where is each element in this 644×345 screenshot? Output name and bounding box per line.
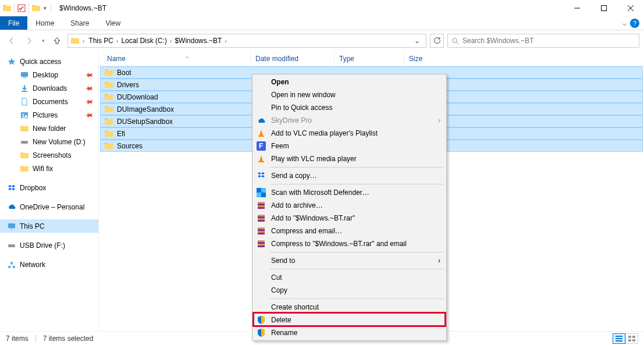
- chevron-right-icon[interactable]: ›: [115, 38, 120, 44]
- context-menu-item[interactable]: SkyDrive Pro›: [254, 114, 445, 127]
- chevron-right-icon[interactable]: ›: [81, 38, 86, 44]
- sidebar-item-label: USB Drive (F:): [20, 241, 65, 250]
- context-menu-item[interactable]: Open: [254, 76, 445, 88]
- refresh-button[interactable]: [430, 34, 444, 48]
- help-icon[interactable]: ?: [630, 19, 639, 28]
- properties-icon[interactable]: [17, 3, 26, 13]
- sidebar-item-label: Dropbox: [20, 184, 46, 192]
- search-input[interactable]: [462, 37, 635, 45]
- sidebar-network[interactable]: Network: [0, 258, 98, 271]
- sidebar-item[interactable]: New folder: [0, 122, 98, 135]
- chevron-right-icon[interactable]: ›: [168, 38, 173, 44]
- svg-rect-22: [628, 336, 631, 338]
- rar-icon: [257, 239, 266, 248]
- sidebar-onedrive[interactable]: OneDrive – Personal: [0, 200, 98, 214]
- close-button[interactable]: [617, 0, 644, 16]
- breadcrumb[interactable]: This PC: [87, 37, 115, 45]
- column-size[interactable]: Size: [404, 51, 450, 66]
- qat-dropdown-icon[interactable]: ▾: [42, 5, 48, 11]
- status-item-count: 7 items: [6, 335, 29, 343]
- column-type[interactable]: Type: [334, 51, 404, 66]
- context-menu-label: Open: [271, 78, 289, 86]
- context-menu-item[interactable]: Add to "$Windows.~BT.rar": [254, 212, 445, 225]
- sidebar-item-label: Downloads: [33, 84, 67, 93]
- vlc-icon: [257, 129, 266, 138]
- svg-rect-38: [258, 215, 265, 216]
- pictures-icon: [20, 111, 29, 120]
- breadcrumb[interactable]: $Windows.~BT: [173, 37, 223, 45]
- context-menu-item[interactable]: Compress and email…: [254, 225, 445, 237]
- forward-button[interactable]: [22, 34, 36, 48]
- context-menu-item[interactable]: Add to VLC media player's Playlist: [254, 127, 445, 140]
- file-name: DUSetupSandbox: [117, 118, 173, 126]
- sidebar-item-label: New folder: [33, 125, 66, 133]
- context-menu-item[interactable]: Pin to Quick access: [254, 101, 445, 114]
- context-menu-item[interactable]: Open in new window: [254, 88, 445, 101]
- breadcrumb[interactable]: Local Disk (C:): [120, 37, 168, 45]
- quick-access-header[interactable]: Quick access: [0, 55, 98, 68]
- details-view-button[interactable]: [613, 333, 625, 344]
- search-box[interactable]: [447, 34, 639, 48]
- context-menu-item[interactable]: Rename: [254, 326, 445, 339]
- address-bar[interactable]: › This PC›Local Disk (C:)›$Windows.~BT› …: [67, 34, 426, 48]
- sidebar-item[interactable]: Desktop📌: [0, 68, 98, 81]
- context-menu-item[interactable]: Create shortcut: [254, 301, 445, 314]
- context-menu-item[interactable]: Delete: [254, 314, 445, 326]
- shield-icon: [257, 328, 266, 337]
- svg-rect-2: [602, 6, 607, 11]
- title-bar: ▾ $Windows.~BT: [0, 0, 644, 16]
- address-dropdown-icon[interactable]: ⌄: [411, 37, 424, 45]
- minimize-button[interactable]: [564, 0, 590, 16]
- svg-text:F: F: [259, 142, 263, 150]
- context-menu-item[interactable]: Copy: [254, 284, 445, 297]
- context-menu-label: Compress to "$Windows.~BT.rar" and email: [271, 240, 407, 248]
- back-button[interactable]: [5, 34, 19, 48]
- context-menu-item[interactable]: Play with VLC media player: [254, 152, 445, 165]
- context-menu-label: Send a copy…: [271, 172, 317, 180]
- svg-rect-19: [615, 336, 622, 337]
- svg-rect-44: [258, 240, 265, 242]
- context-menu-item[interactable]: Scan with Microsoft Defender…: [254, 186, 445, 199]
- sidebar-item[interactable]: Screenshots: [0, 148, 98, 162]
- recent-dropdown-icon[interactable]: ▾: [40, 34, 47, 48]
- icons-view-button[interactable]: [625, 333, 638, 344]
- svg-line-6: [456, 42, 458, 44]
- folder-icon: [2, 3, 12, 13]
- cloud-icon: [257, 116, 266, 125]
- sidebar-item[interactable]: Pictures📌: [0, 108, 98, 122]
- context-menu-item[interactable]: Send to›: [254, 254, 445, 267]
- context-menu-label: Compress and email…: [271, 227, 342, 235]
- context-menu-item[interactable]: FFeem: [254, 140, 445, 152]
- svg-rect-30: [257, 188, 261, 193]
- status-selected-count: 7 items selected: [43, 335, 94, 343]
- column-date[interactable]: Date modified: [250, 51, 334, 66]
- sidebar-item[interactable]: New Volume (D:): [0, 135, 98, 148]
- sidebar-this-pc[interactable]: This PC: [0, 219, 98, 233]
- chevron-right-icon[interactable]: ›: [223, 38, 228, 44]
- svg-rect-35: [258, 202, 265, 204]
- tab-home[interactable]: Home: [27, 16, 62, 30]
- context-menu-item[interactable]: Send a copy…: [254, 169, 445, 182]
- sidebar-item[interactable]: Downloads📌: [0, 81, 98, 95]
- tab-view[interactable]: View: [97, 16, 129, 30]
- file-name: DUImageSandbox: [117, 105, 174, 113]
- navigation-pane: Quick access Desktop📌Downloads📌Documents…: [0, 51, 99, 331]
- svg-rect-29: [258, 161, 264, 162]
- maximize-button[interactable]: [590, 0, 617, 16]
- sidebar-item[interactable]: Wifi fix: [0, 162, 98, 175]
- window-controls: [564, 0, 644, 16]
- ribbon-expand-icon[interactable]: ⌵: [622, 19, 627, 27]
- column-name[interactable]: Name⌃: [102, 55, 250, 63]
- context-menu-item[interactable]: Add to archive…: [254, 199, 445, 212]
- sidebar-dropbox[interactable]: Dropbox: [0, 181, 98, 194]
- up-button[interactable]: [50, 34, 64, 48]
- folder-icon: [104, 129, 113, 138]
- sidebar-usb[interactable]: USB Drive (F:): [0, 239, 98, 252]
- file-tab[interactable]: File: [0, 16, 27, 30]
- shield-icon: [257, 315, 266, 325]
- context-menu-item[interactable]: Compress to "$Windows.~BT.rar" and email: [254, 237, 445, 250]
- context-menu-item[interactable]: Cut: [254, 271, 445, 284]
- folder-icon: [20, 124, 29, 133]
- sidebar-item[interactable]: Documents📌: [0, 95, 98, 108]
- tab-share[interactable]: Share: [62, 16, 97, 30]
